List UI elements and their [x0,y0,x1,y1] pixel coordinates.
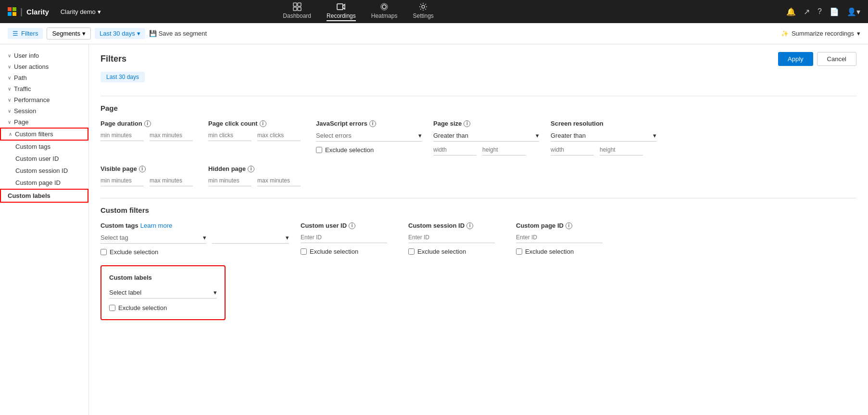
chevron-icon: ∨ [8,97,11,103]
svg-rect-0 [293,3,297,6]
custom-page-id-input[interactable] [516,232,603,243]
nav-recordings[interactable]: Recordings [327,2,356,21]
custom-session-id-info-icon[interactable]: i [466,222,473,229]
custom-user-id-info-icon[interactable]: i [349,222,355,229]
ms-logo-icon [8,7,16,16]
top-nav-right: 🔔 ↗ ? 📄 👤▾ [786,7,860,16]
document-icon[interactable]: 📄 [830,7,839,16]
chevron-icon: ∨ [8,64,11,69]
chevron-down-icon: ▾ [82,30,86,37]
page-size-height-input[interactable] [482,144,526,156]
page-click-count-info-icon[interactable]: i [260,120,266,127]
custom-session-id-exclude-checkbox[interactable] [408,248,415,255]
page-size-select[interactable]: Greater than ▾ [433,130,539,142]
hidden-page-max-input[interactable] [257,175,301,186]
page-duration-info-icon[interactable]: i [144,120,151,127]
custom-session-id-group: Custom session ID i Exclude selection [408,222,504,256]
date-badge[interactable]: Last 30 days [101,72,145,82]
page-filter-row-1: Page duration i Page click count i [101,120,856,156]
save-icon: 💾 [149,30,157,37]
page-size-width-input[interactable] [433,144,477,156]
top-navigation: | Clarity Clarity demo ▾ Dashboard Recor… [0,0,868,23]
sidebar-item-user-actions[interactable]: ∨ User actions [0,61,88,72]
sidebar-item-performance[interactable]: ∨ Performance [0,94,88,105]
sidebar-item-custom-page-id[interactable]: Custom page ID [0,177,88,189]
visible-page-min-input[interactable] [101,175,144,186]
app-logo: | Clarity [8,7,49,17]
main-nav: Dashboard Recordings Heatmaps Settings [283,2,433,21]
visible-page-max-input[interactable] [150,175,193,186]
js-errors-select[interactable]: Select errors ▾ [316,130,422,142]
custom-filter-row-1: Custom tags Learn more Select tag ▾ ▾ [101,222,856,256]
sidebar-item-custom-labels[interactable]: Custom labels [0,189,88,203]
screen-resolution-select[interactable]: Greater than ▾ [551,130,656,142]
sidebar-item-path[interactable]: ∨ Path [0,72,88,83]
summarize-recordings[interactable]: ✨ Summarize recordings ▾ [781,30,860,37]
custom-user-id-input[interactable] [301,232,387,243]
app-name: Clarity [26,8,49,16]
visible-page-info-icon[interactable]: i [139,166,146,172]
date-range-button[interactable]: Last 30 days ▾ [95,28,145,39]
custom-page-id-group: Custom page ID i Exclude selection [516,222,612,256]
chevron-down-icon: ▾ [653,132,656,139]
sidebar-item-session[interactable]: ∨ Session [0,105,88,117]
nav-dashboard[interactable]: Dashboard [283,2,311,21]
screen-res-height-input[interactable] [600,144,643,156]
custom-tags-learn-more-link[interactable]: Learn more [140,222,172,229]
apply-button[interactable]: Apply [778,52,813,66]
cancel-button[interactable]: Cancel [817,52,856,66]
sidebar-item-custom-tags[interactable]: Custom tags [0,141,88,153]
custom-user-id-group: Custom user ID i Exclude selection [301,222,397,256]
filters-button[interactable]: ☰ Filters [8,28,43,39]
screen-resolution-group: Screen resolution Greater than ▾ [551,120,656,156]
notifications-icon[interactable]: 🔔 [786,7,796,16]
sidebar-item-traffic[interactable]: ∨ Traffic [0,83,88,94]
sidebar-item-custom-filters[interactable]: ∧ Custom filters [0,128,88,141]
custom-session-id-input[interactable] [408,232,495,243]
chevron-icon: ∨ [8,86,11,91]
chevron-down-icon: ▾ [536,132,539,139]
chevron-icon: ∧ [9,131,12,137]
custom-user-id-exclude-checkbox[interactable] [301,248,307,255]
page-duration-min-input[interactable] [101,130,144,141]
js-errors-exclude-checkbox[interactable] [316,147,322,153]
custom-tags-select[interactable]: Select tag ▾ [101,232,206,244]
screen-res-width-input[interactable] [551,144,594,156]
segments-button[interactable]: Segments ▾ [47,27,91,39]
sidebar-item-user-info[interactable]: ∨ User info [0,50,88,61]
custom-page-id-exclude-checkbox[interactable] [516,248,522,255]
hidden-page-min-input[interactable] [208,175,252,186]
sidebar-item-page[interactable]: ∨ Page [0,117,88,128]
page-size-info-icon[interactable]: i [464,120,470,127]
page-size-group: Page size i Greater than ▾ [433,120,539,156]
chevron-down-icon: ▾ [286,234,289,241]
project-selector[interactable]: Clarity demo ▾ [61,8,101,15]
custom-filters-title: Custom filters [101,206,856,214]
main-wrapper: ∨ User info ∨ User actions ∨ Path ∨ Traf… [0,44,868,415]
share-icon[interactable]: ↗ [804,7,810,16]
help-icon[interactable]: ? [818,7,822,16]
nav-heatmaps[interactable]: Heatmaps [371,2,398,21]
page-duration-max-input[interactable] [150,130,193,141]
custom-filters-section: Custom filters Custom tags Learn more Se… [101,206,856,320]
nav-settings[interactable]: Settings [413,2,433,21]
content-area: Filters Apply Cancel Last 30 days Page P… [89,44,868,415]
js-errors-info-icon[interactable]: i [369,120,376,127]
custom-page-id-info-icon[interactable]: i [566,222,572,229]
account-icon[interactable]: 👤▾ [847,7,860,16]
svg-rect-2 [293,7,297,11]
page-click-max-input[interactable] [257,130,301,141]
hidden-page-info-icon[interactable]: i [248,166,254,172]
filters-title: Filters [101,54,126,64]
custom-tags-value-select[interactable]: ▾ [212,232,289,244]
filters-panel: Filters Apply Cancel Last 30 days Page P… [89,44,868,339]
custom-labels-box: Custom labels Select label ▾ Exclude sel… [101,265,226,320]
custom-labels-select[interactable]: Select label ▾ [109,287,217,298]
save-segment-button[interactable]: 💾 Save as segment [149,30,207,37]
sidebar-item-custom-user-id[interactable]: Custom user ID [0,153,88,165]
sparkle-icon: ✨ [781,30,789,37]
page-click-min-input[interactable] [208,130,252,141]
custom-labels-exclude-checkbox[interactable] [109,305,115,311]
sidebar-item-custom-session-id[interactable]: Custom session ID [0,165,88,177]
custom-tags-exclude-checkbox[interactable] [101,249,107,255]
